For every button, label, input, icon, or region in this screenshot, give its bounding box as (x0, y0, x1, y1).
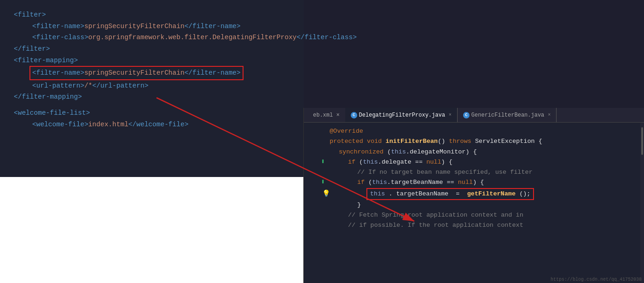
scrollbar[interactable] (640, 123, 644, 283)
xml-line-4: </filter> (14, 43, 304, 55)
java-line-synchronized: synchronized ( this .delegateMonitor) { (308, 147, 644, 157)
java-line-comment-1: // If no target bean name specified, use… (308, 167, 644, 177)
svg-rect-0 (322, 159, 324, 163)
watermark: https://blog.csdn.net/qq_41752038 (551, 277, 642, 282)
java-line-comment-3: // if possible. If the root application … (308, 220, 644, 230)
tab-xml[interactable]: eb.xml × (307, 110, 345, 120)
tabs-bar: eb.xml × C DelegatingFilterProxy.java × … (304, 108, 644, 123)
xml-line-5: <filter-mapping> (14, 55, 304, 66)
xml-line-2: <filter-name>springSecurityFilterChain</… (14, 21, 304, 32)
change-marker-icon-2 (322, 179, 327, 184)
java-line-if-targetbean: if ( this .targetBeanName == null ) { (308, 177, 644, 188)
xml-line-9: <welcome-file-list> (14, 107, 304, 119)
xml-line-3: <filter-class>org.springframework.web.fi… (14, 32, 304, 43)
xml-line-10: <welcome-file>index.html</welcome-file> (14, 119, 304, 130)
scroll-thumb (641, 127, 643, 155)
java-line-comment-2: // Fetch Spring root application context… (308, 210, 644, 220)
java-line-close-brace: } (308, 200, 644, 210)
java-class-icon-2: C (463, 112, 470, 118)
main-container: <filter> <filter-name>springSecurityFilt… (0, 0, 644, 283)
tab-label-delegating: DelegatingFilterProxy.java (359, 112, 445, 118)
svg-rect-1 (322, 180, 324, 183)
xml-bracket: < (14, 11, 18, 18)
java-class-icon: C (351, 112, 357, 118)
xml-line-8: </filter-mapping> (14, 91, 304, 103)
tab-delegating-filter-proxy[interactable]: C DelegatingFilterProxy.java × (345, 108, 458, 122)
tab-close-delegating[interactable]: × (449, 112, 452, 118)
lightbulb-icon: 💡 (322, 190, 330, 197)
java-line-method-sig: protected void initFilterBean () throws … (308, 136, 644, 147)
change-marker-icon (322, 159, 327, 164)
java-panel: eb.xml × C DelegatingFilterProxy.java × … (303, 108, 644, 283)
tab-generic-filter-bean[interactable]: C GenericFilterBean.java × (458, 108, 557, 122)
xml-highlight-box: <filter-name>springSecurityFilterChain</… (29, 66, 244, 80)
xml-line-1: <filter> (14, 9, 304, 21)
tab-label-generic: GenericFilterBean.java (471, 112, 544, 118)
white-bottom-area (0, 177, 304, 283)
xml-line-7: <url-pattern>/*</url-pattern> (14, 80, 304, 92)
java-highlight-box: this . targetBeanName = getFilterName ()… (366, 188, 534, 200)
java-code-area: @Override protected void initFilterBean … (304, 123, 644, 235)
tab-close-generic[interactable]: × (548, 112, 551, 118)
java-line-override: @Override (308, 126, 644, 136)
xml-panel: <filter> <filter-name>springSecurityFilt… (0, 0, 304, 283)
xml-line-6-highlight: <filter-name>springSecurityFilterChain</… (14, 66, 304, 80)
java-line-set-targetbean: 💡 this . targetBeanName = getFilterName … (308, 188, 644, 200)
java-line-if-delegate: if ( this .delegate == null ) { (308, 157, 644, 167)
xml-tag: filter (18, 11, 42, 18)
